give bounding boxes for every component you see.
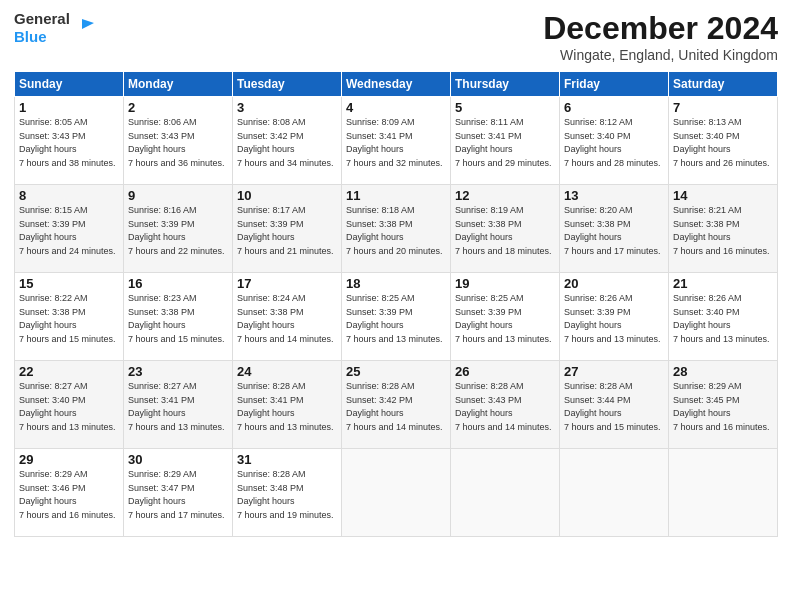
day-info: Sunrise: 8:23 AM Sunset: 3:38 PM Dayligh… xyxy=(128,292,228,346)
day-number: 11 xyxy=(346,188,446,203)
day-number: 5 xyxy=(455,100,555,115)
calendar-cell: 17 Sunrise: 8:24 AM Sunset: 3:38 PM Dayl… xyxy=(233,273,342,361)
day-number: 18 xyxy=(346,276,446,291)
calendar-header-row: SundayMondayTuesdayWednesdayThursdayFrid… xyxy=(15,72,778,97)
calendar-cell: 28 Sunrise: 8:29 AM Sunset: 3:45 PM Dayl… xyxy=(669,361,778,449)
calendar-week-row: 22 Sunrise: 8:27 AM Sunset: 3:40 PM Dayl… xyxy=(15,361,778,449)
day-number: 31 xyxy=(237,452,337,467)
calendar-header-saturday: Saturday xyxy=(669,72,778,97)
day-number: 9 xyxy=(128,188,228,203)
calendar-cell: 10 Sunrise: 8:17 AM Sunset: 3:39 PM Dayl… xyxy=(233,185,342,273)
calendar-cell: 26 Sunrise: 8:28 AM Sunset: 3:43 PM Dayl… xyxy=(451,361,560,449)
day-number: 20 xyxy=(564,276,664,291)
day-number: 3 xyxy=(237,100,337,115)
day-info: Sunrise: 8:08 AM Sunset: 3:42 PM Dayligh… xyxy=(237,116,337,170)
logo-graphic: General Blue xyxy=(14,10,94,46)
day-number: 22 xyxy=(19,364,119,379)
day-info: Sunrise: 8:25 AM Sunset: 3:39 PM Dayligh… xyxy=(455,292,555,346)
day-info: Sunrise: 8:11 AM Sunset: 3:41 PM Dayligh… xyxy=(455,116,555,170)
page: General Blue December 2024 Wingate, Engl… xyxy=(0,0,792,612)
day-info: Sunrise: 8:28 AM Sunset: 3:43 PM Dayligh… xyxy=(455,380,555,434)
day-info: Sunrise: 8:29 AM Sunset: 3:45 PM Dayligh… xyxy=(673,380,773,434)
day-number: 10 xyxy=(237,188,337,203)
day-info: Sunrise: 8:19 AM Sunset: 3:38 PM Dayligh… xyxy=(455,204,555,258)
calendar-cell: 4 Sunrise: 8:09 AM Sunset: 3:41 PM Dayli… xyxy=(342,97,451,185)
calendar-cell: 6 Sunrise: 8:12 AM Sunset: 3:40 PM Dayli… xyxy=(560,97,669,185)
calendar-cell: 3 Sunrise: 8:08 AM Sunset: 3:42 PM Dayli… xyxy=(233,97,342,185)
day-number: 14 xyxy=(673,188,773,203)
calendar-header-sunday: Sunday xyxy=(15,72,124,97)
calendar-cell: 14 Sunrise: 8:21 AM Sunset: 3:38 PM Dayl… xyxy=(669,185,778,273)
calendar-cell: 31 Sunrise: 8:28 AM Sunset: 3:48 PM Dayl… xyxy=(233,449,342,537)
calendar-week-row: 15 Sunrise: 8:22 AM Sunset: 3:38 PM Dayl… xyxy=(15,273,778,361)
day-number: 13 xyxy=(564,188,664,203)
calendar-cell xyxy=(342,449,451,537)
subtitle: Wingate, England, United Kingdom xyxy=(543,47,778,63)
logo: General Blue xyxy=(14,10,94,46)
calendar-cell: 5 Sunrise: 8:11 AM Sunset: 3:41 PM Dayli… xyxy=(451,97,560,185)
day-number: 6 xyxy=(564,100,664,115)
calendar-table: SundayMondayTuesdayWednesdayThursdayFrid… xyxy=(14,71,778,537)
calendar-cell: 16 Sunrise: 8:23 AM Sunset: 3:38 PM Dayl… xyxy=(124,273,233,361)
calendar-cell: 1 Sunrise: 8:05 AM Sunset: 3:43 PM Dayli… xyxy=(15,97,124,185)
day-number: 21 xyxy=(673,276,773,291)
day-number: 4 xyxy=(346,100,446,115)
day-info: Sunrise: 8:29 AM Sunset: 3:47 PM Dayligh… xyxy=(128,468,228,522)
day-info: Sunrise: 8:15 AM Sunset: 3:39 PM Dayligh… xyxy=(19,204,119,258)
calendar-cell: 8 Sunrise: 8:15 AM Sunset: 3:39 PM Dayli… xyxy=(15,185,124,273)
calendar-cell: 7 Sunrise: 8:13 AM Sunset: 3:40 PM Dayli… xyxy=(669,97,778,185)
calendar-header-thursday: Thursday xyxy=(451,72,560,97)
day-number: 24 xyxy=(237,364,337,379)
day-number: 7 xyxy=(673,100,773,115)
day-number: 27 xyxy=(564,364,664,379)
calendar-cell: 2 Sunrise: 8:06 AM Sunset: 3:43 PM Dayli… xyxy=(124,97,233,185)
header: General Blue December 2024 Wingate, Engl… xyxy=(14,10,778,63)
day-info: Sunrise: 8:16 AM Sunset: 3:39 PM Dayligh… xyxy=(128,204,228,258)
calendar-header-friday: Friday xyxy=(560,72,669,97)
calendar-cell: 9 Sunrise: 8:16 AM Sunset: 3:39 PM Dayli… xyxy=(124,185,233,273)
day-number: 28 xyxy=(673,364,773,379)
calendar-header-tuesday: Tuesday xyxy=(233,72,342,97)
day-number: 29 xyxy=(19,452,119,467)
day-info: Sunrise: 8:17 AM Sunset: 3:39 PM Dayligh… xyxy=(237,204,337,258)
calendar-cell xyxy=(560,449,669,537)
calendar-cell: 12 Sunrise: 8:19 AM Sunset: 3:38 PM Dayl… xyxy=(451,185,560,273)
day-number: 17 xyxy=(237,276,337,291)
day-info: Sunrise: 8:20 AM Sunset: 3:38 PM Dayligh… xyxy=(564,204,664,258)
day-number: 15 xyxy=(19,276,119,291)
day-number: 25 xyxy=(346,364,446,379)
day-info: Sunrise: 8:06 AM Sunset: 3:43 PM Dayligh… xyxy=(128,116,228,170)
day-info: Sunrise: 8:27 AM Sunset: 3:41 PM Dayligh… xyxy=(128,380,228,434)
calendar-cell: 18 Sunrise: 8:25 AM Sunset: 3:39 PM Dayl… xyxy=(342,273,451,361)
day-number: 8 xyxy=(19,188,119,203)
day-info: Sunrise: 8:24 AM Sunset: 3:38 PM Dayligh… xyxy=(237,292,337,346)
calendar-cell: 27 Sunrise: 8:28 AM Sunset: 3:44 PM Dayl… xyxy=(560,361,669,449)
calendar-header-monday: Monday xyxy=(124,72,233,97)
title-block: December 2024 Wingate, England, United K… xyxy=(543,10,778,63)
day-number: 19 xyxy=(455,276,555,291)
calendar-cell: 23 Sunrise: 8:27 AM Sunset: 3:41 PM Dayl… xyxy=(124,361,233,449)
calendar-cell: 19 Sunrise: 8:25 AM Sunset: 3:39 PM Dayl… xyxy=(451,273,560,361)
calendar-cell: 29 Sunrise: 8:29 AM Sunset: 3:46 PM Dayl… xyxy=(15,449,124,537)
calendar-week-row: 8 Sunrise: 8:15 AM Sunset: 3:39 PM Dayli… xyxy=(15,185,778,273)
day-number: 12 xyxy=(455,188,555,203)
calendar-header-wednesday: Wednesday xyxy=(342,72,451,97)
calendar-cell: 21 Sunrise: 8:26 AM Sunset: 3:40 PM Dayl… xyxy=(669,273,778,361)
calendar-cell xyxy=(669,449,778,537)
day-info: Sunrise: 8:28 AM Sunset: 3:48 PM Dayligh… xyxy=(237,468,337,522)
calendar-cell: 20 Sunrise: 8:26 AM Sunset: 3:39 PM Dayl… xyxy=(560,273,669,361)
calendar-cell: 11 Sunrise: 8:18 AM Sunset: 3:38 PM Dayl… xyxy=(342,185,451,273)
day-info: Sunrise: 8:28 AM Sunset: 3:42 PM Dayligh… xyxy=(346,380,446,434)
calendar-cell: 13 Sunrise: 8:20 AM Sunset: 3:38 PM Dayl… xyxy=(560,185,669,273)
calendar-cell: 25 Sunrise: 8:28 AM Sunset: 3:42 PM Dayl… xyxy=(342,361,451,449)
day-info: Sunrise: 8:18 AM Sunset: 3:38 PM Dayligh… xyxy=(346,204,446,258)
calendar-week-row: 1 Sunrise: 8:05 AM Sunset: 3:43 PM Dayli… xyxy=(15,97,778,185)
day-number: 16 xyxy=(128,276,228,291)
day-info: Sunrise: 8:28 AM Sunset: 3:41 PM Dayligh… xyxy=(237,380,337,434)
day-info: Sunrise: 8:26 AM Sunset: 3:40 PM Dayligh… xyxy=(673,292,773,346)
calendar-cell: 24 Sunrise: 8:28 AM Sunset: 3:41 PM Dayl… xyxy=(233,361,342,449)
svg-marker-0 xyxy=(82,19,94,29)
day-info: Sunrise: 8:29 AM Sunset: 3:46 PM Dayligh… xyxy=(19,468,119,522)
day-info: Sunrise: 8:13 AM Sunset: 3:40 PM Dayligh… xyxy=(673,116,773,170)
day-number: 30 xyxy=(128,452,228,467)
